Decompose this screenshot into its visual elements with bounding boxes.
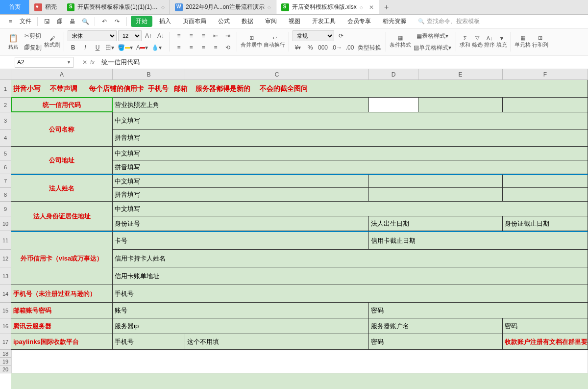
cell-e2[interactable] <box>418 98 503 112</box>
italic-button[interactable]: I <box>80 42 91 53</box>
cell-a5-a6[interactable]: 公司地址 <box>11 147 113 174</box>
cell-a15[interactable]: 邮箱账号密码 <box>11 303 113 318</box>
cell-b16[interactable]: 服务器ip <box>113 318 369 334</box>
cell-a2[interactable]: 统一信用代码 <box>11 98 113 112</box>
fontsize-select[interactable]: 12 <box>118 30 142 41</box>
chevron-down-icon[interactable]: ▼ <box>67 60 71 65</box>
col-header-a[interactable]: A <box>11 69 113 80</box>
row-header-14[interactable]: 14 <box>0 285 11 303</box>
print-icon[interactable]: 🖶 <box>67 16 78 27</box>
fillcolor-button[interactable]: 🪣▾ <box>117 42 134 53</box>
cell-b17[interactable]: 手机号 <box>113 334 185 350</box>
row-header-15[interactable]: 15 <box>0 303 11 318</box>
cell-d17[interactable]: 密码 <box>369 334 503 350</box>
row-header-8[interactable]: 8 <box>0 188 11 202</box>
cell-d10[interactable]: 法人出生日期 <box>369 216 503 231</box>
cell-area[interactable]: 拼音小写 不带声调 每个店铺的信用卡 手机号 邮箱 服务器都得是新的 不会的截全… <box>11 80 588 389</box>
ribbon-tab-view[interactable]: 视图 <box>284 16 305 27</box>
decimal-dec-icon[interactable]: .00 <box>344 42 355 53</box>
fx-icon[interactable]: fx <box>90 59 95 66</box>
ribbon-tab-review[interactable]: 审阅 <box>260 16 282 27</box>
cell-a3-a4[interactable]: 公司名称 <box>11 112 113 147</box>
align-left-icon[interactable]: ≡ <box>173 42 184 53</box>
cell-b6[interactable]: 拼音填写 <box>113 160 588 174</box>
row-header-10[interactable]: 10 <box>0 216 11 231</box>
fontcolor-button[interactable]: A▾ <box>135 42 149 53</box>
fx-cancel-icon[interactable]: ✕ <box>82 59 87 66</box>
underline-button[interactable]: U <box>92 42 103 53</box>
cut-button[interactable]: ✂ 剪切 <box>23 30 43 41</box>
cell-f7[interactable] <box>503 174 588 188</box>
cell-b5[interactable]: 中文填写 <box>113 147 588 160</box>
cell-d11[interactable]: 信用卡截止日期 <box>369 231 588 250</box>
add-tab-button[interactable]: + <box>379 0 394 14</box>
row-header-20[interactable]: 20 <box>0 365 11 373</box>
wrap-button[interactable]: ↩自动换行 <box>264 35 285 49</box>
indent-decrease-icon[interactable]: ⇤ <box>210 30 221 41</box>
ribbon-tab-insert[interactable]: 插入 <box>154 16 176 27</box>
row-header-1[interactable]: 1 <box>0 80 11 98</box>
cell-f10[interactable]: 身份证截止日期 <box>503 216 588 231</box>
redo-icon[interactable]: ↷ <box>112 16 122 27</box>
saveas-icon[interactable]: 🗐 <box>54 16 65 27</box>
select-all-corner[interactable] <box>0 69 11 80</box>
cell-f2[interactable] <box>503 98 588 112</box>
font-shrink-icon[interactable]: A↓ <box>155 30 166 41</box>
row-header-4[interactable]: 4 <box>0 130 11 147</box>
cell-b2[interactable]: 营业执照左上角 <box>113 98 369 112</box>
undo-icon[interactable]: ↶ <box>99 16 110 27</box>
empty-rows[interactable] <box>11 350 588 373</box>
numberformat-select[interactable]: 常规 <box>293 30 334 41</box>
copy-button[interactable]: 🗐 复制 <box>23 42 43 53</box>
fill-button[interactable]: ▼填充 <box>496 35 507 49</box>
eyedropper-icon[interactable]: 💧▾ <box>150 42 163 53</box>
align-center-icon[interactable]: ≡ <box>186 42 196 53</box>
col-header-f[interactable]: F <box>503 69 588 80</box>
formatpainter-button[interactable]: 🖌格式刷 <box>44 35 60 49</box>
ribbon-tab-pagelayout[interactable]: 页面布局 <box>178 16 211 27</box>
row-header-17[interactable]: 17 <box>0 334 11 350</box>
cellstyle-button[interactable]: ▨ 单元格样式▾ <box>413 42 452 53</box>
row-header-6[interactable]: 6 <box>0 160 11 174</box>
align-top-icon[interactable]: ≡ <box>173 30 184 41</box>
row-header-3[interactable]: 3 <box>0 112 11 130</box>
cell-button[interactable]: ▦单元格 <box>514 35 531 49</box>
cell-c17[interactable]: 这个不用填 <box>185 334 369 350</box>
cell-a1-header[interactable]: 拼音小写 不带声调 每个店铺的信用卡 手机号 邮箱 服务器都得是新的 不会的截全… <box>11 80 588 98</box>
cell-d7[interactable] <box>369 174 503 188</box>
decimal-inc-icon[interactable]: .0→ <box>330 42 343 53</box>
ribbon-tab-docer[interactable]: 稻壳资源 <box>378 16 411 27</box>
row-header-9[interactable]: 9 <box>0 202 11 216</box>
thousands-icon[interactable]: 000 <box>317 42 329 53</box>
cell-a7-a8[interactable]: 法人姓名 <box>11 174 113 202</box>
col-header-b[interactable]: B <box>113 69 185 80</box>
search-input[interactable]: 查找命令、搜索模板 <box>418 17 480 26</box>
cell-b12[interactable]: 信用卡持卡人姓名 <box>113 250 588 267</box>
cell-d2[interactable] <box>369 98 418 112</box>
rowcol-button[interactable]: ⊞行和列 <box>532 35 548 49</box>
cell-b14[interactable]: 手机号 <box>113 285 588 303</box>
menu-icon[interactable]: ≡ <box>5 16 16 27</box>
row-header-7[interactable]: 7 <box>0 174 11 188</box>
cell-f17[interactable]: 收款账户注册有文档在群里要 <box>503 334 588 350</box>
convert-icon[interactable]: ⟳ <box>336 30 346 41</box>
col-header-e[interactable]: E <box>418 69 503 80</box>
row-header-19[interactable]: 19 <box>0 358 11 365</box>
cell-b4[interactable]: 拼音填写 <box>113 130 588 147</box>
orientation-icon[interactable]: ⟲ <box>222 42 233 53</box>
cell-b13[interactable]: 信用卡账单地址 <box>113 267 588 285</box>
ribbon-tab-data[interactable]: 数据 <box>237 16 258 27</box>
typeconvert-button[interactable]: 类型转换 <box>357 42 382 53</box>
preview-icon[interactable]: 🔍 <box>80 16 91 27</box>
cell-f16[interactable]: 密码 <box>503 318 588 334</box>
align-justify-icon[interactable]: ≡ <box>210 42 221 53</box>
tab-home[interactable]: 首页 <box>0 0 29 14</box>
cell-a9-a10[interactable]: 法人身份证居住地址 <box>11 202 113 231</box>
cell-b7[interactable]: 中文填写 <box>113 174 369 188</box>
currency-icon[interactable]: ¥▾ <box>293 42 303 53</box>
cell-b9[interactable]: 中文填写 <box>113 202 588 216</box>
align-right-icon[interactable]: ≡ <box>198 42 209 53</box>
border-button[interactable]: 田▾ <box>104 42 115 53</box>
close-icon[interactable]: ✕ <box>369 4 374 11</box>
cell-reference-box[interactable]: A2▼ <box>15 57 74 68</box>
